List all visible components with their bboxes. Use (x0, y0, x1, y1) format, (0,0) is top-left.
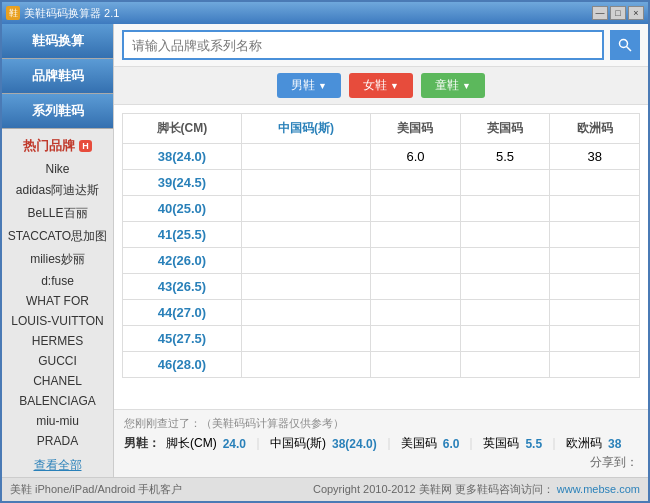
sidebar: 鞋码换算 品牌鞋码 系列鞋码 热门品牌 H Nikeadidas阿迪达斯BeLL… (2, 24, 114, 477)
brand-item[interactable]: BeLLE百丽 (2, 202, 113, 225)
maximize-button[interactable]: □ (610, 6, 626, 20)
table-row: 44(27.0) (123, 300, 640, 326)
cell-foot: 43(26.5) (123, 274, 242, 300)
brand-item[interactable]: PRADA (2, 431, 113, 451)
result-us-val: 6.0 (443, 437, 460, 451)
brand-item[interactable]: d:fuse (2, 271, 113, 291)
size-converter-button[interactable]: 鞋码换算 (2, 24, 113, 59)
col-cn: 中国码(斯) (241, 114, 370, 144)
result-eu-label: 欧洲码 (566, 435, 602, 452)
cell-eu (550, 248, 640, 274)
brand-item[interactable]: milies妙丽 (2, 248, 113, 271)
cell-foot: 41(25.5) (123, 222, 242, 248)
search-icon (618, 38, 632, 52)
result-foot-val: 24.0 (223, 437, 246, 451)
tab-male-label: 男鞋 (291, 77, 315, 94)
cell-eu (550, 326, 640, 352)
cell-foot: 45(27.5) (123, 326, 242, 352)
cell-eu (550, 274, 640, 300)
main-content: 鞋码换算 品牌鞋码 系列鞋码 热门品牌 H Nikeadidas阿迪达斯BeLL… (2, 24, 648, 477)
table-row: 38(24.0)6.05.538 (123, 144, 640, 170)
search-button[interactable] (610, 30, 640, 60)
title-bar: 鞋 美鞋码码换算器 2.1 — □ × (2, 2, 648, 24)
footer-url[interactable]: www.mebse.com (557, 483, 640, 495)
col-us: 美国码 (371, 114, 461, 144)
table-row: 42(26.0) (123, 248, 640, 274)
sep4: ｜ (548, 435, 560, 452)
result-foot-label: 脚长(CM) (166, 435, 217, 452)
cell-eu (550, 352, 640, 378)
hot-brands-section: 热门品牌 H (23, 137, 92, 155)
brand-item[interactable]: STACCATO思加图 (2, 225, 113, 248)
brand-item[interactable]: WHAT FOR (2, 291, 113, 311)
tab-male[interactable]: 男鞋 ▼ (277, 73, 341, 98)
cell-us (371, 196, 461, 222)
cell-us (371, 352, 461, 378)
close-button[interactable]: × (628, 6, 644, 20)
search-bar (114, 24, 648, 67)
result-uk-val: 5.5 (525, 437, 542, 451)
result-cn-val: 38(24.0) (332, 437, 377, 451)
cell-uk (460, 170, 550, 196)
cell-eu (550, 222, 640, 248)
cell-cn (241, 144, 370, 170)
cell-us (371, 300, 461, 326)
brand-item[interactable]: Nike (2, 159, 113, 179)
minimize-button[interactable]: — (592, 6, 608, 20)
tab-female[interactable]: 女鞋 ▼ (349, 73, 413, 98)
cell-us (371, 326, 461, 352)
result-uk-label: 英国码 (483, 435, 519, 452)
footer: 美鞋 iPhone/iPad/Android 手机客户 Copyright 20… (2, 477, 648, 501)
table-area: 脚长(CM) 中国码(斯) 美国码 英国码 欧洲码 38(24.0)6.05.5… (114, 105, 648, 409)
size-table: 脚长(CM) 中国码(斯) 美国码 英国码 欧洲码 38(24.0)6.05.5… (122, 113, 640, 378)
cell-us (371, 274, 461, 300)
cell-eu (550, 196, 640, 222)
share-row: 分享到： (124, 454, 638, 471)
cell-uk (460, 326, 550, 352)
brand-item[interactable]: LOUIS-VUITTON (2, 311, 113, 331)
brand-item[interactable]: HERMES (2, 331, 113, 351)
brand-size-button[interactable]: 品牌鞋码 (2, 59, 113, 94)
cell-us (371, 170, 461, 196)
tab-boots-arrow: ▼ (462, 81, 471, 91)
cell-cn (241, 352, 370, 378)
cell-foot: 46(28.0) (123, 352, 242, 378)
table-row: 40(25.0) (123, 196, 640, 222)
brand-item[interactable]: adidas阿迪达斯 (2, 179, 113, 202)
brand-item[interactable]: CHANEL (2, 371, 113, 391)
cell-cn (241, 274, 370, 300)
right-panel: 男鞋 ▼ 女鞋 ▼ 童鞋 ▼ 脚长(CM) (114, 24, 648, 477)
cell-foot: 39(24.5) (123, 170, 242, 196)
cell-cn (241, 300, 370, 326)
cell-foot: 38(24.0) (123, 144, 242, 170)
footer-copyright: Copyright 2010-2012 美鞋网 更多鞋码咨询访问： (313, 483, 554, 495)
cell-us (371, 222, 461, 248)
result-bar: 您刚刚查过了：（美鞋码码计算器仅供参考） 男鞋： 脚长(CM) 24.0 ｜ 中… (114, 409, 648, 477)
cell-eu (550, 170, 640, 196)
brand-item[interactable]: GUCCI (2, 351, 113, 371)
cell-cn (241, 196, 370, 222)
col-uk: 英国码 (460, 114, 550, 144)
brand-item[interactable]: miu-miu (2, 411, 113, 431)
tab-female-arrow: ▼ (390, 81, 399, 91)
app-window: 鞋 美鞋码码换算器 2.1 — □ × 鞋码换算 品牌鞋码 系列鞋码 热门品牌 … (0, 0, 650, 503)
search-input[interactable] (122, 30, 604, 60)
table-row: 43(26.5) (123, 274, 640, 300)
brand-list: Nikeadidas阿迪达斯BeLLE百丽STACCATO思加图milies妙丽… (2, 159, 113, 451)
footer-right: Copyright 2010-2012 美鞋网 更多鞋码咨询访问： www.me… (313, 482, 640, 497)
brand-item[interactable]: BALENCIAGA (2, 391, 113, 411)
series-size-button[interactable]: 系列鞋码 (2, 94, 113, 129)
table-row: 46(28.0) (123, 352, 640, 378)
cell-us: 6.0 (371, 144, 461, 170)
col-foot: 脚长(CM) (123, 114, 242, 144)
table-row: 39(24.5) (123, 170, 640, 196)
cell-us (371, 248, 461, 274)
cell-foot: 44(27.0) (123, 300, 242, 326)
view-all-link[interactable]: 查看全部 (34, 457, 82, 474)
table-row: 41(25.5) (123, 222, 640, 248)
result-cn-label: 中国码(斯) (270, 435, 326, 452)
tab-boots[interactable]: 童鞋 ▼ (421, 73, 485, 98)
app-icon: 鞋 (6, 6, 20, 20)
cell-eu (550, 300, 640, 326)
cell-cn (241, 222, 370, 248)
